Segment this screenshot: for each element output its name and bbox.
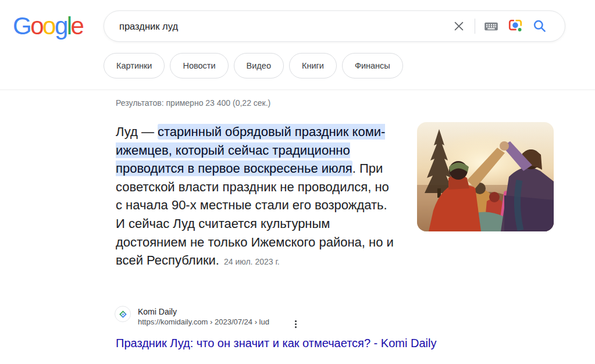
- tab-news[interactable]: Новости: [170, 53, 228, 78]
- tab-videos[interactable]: Видео: [234, 53, 284, 78]
- search-filter-chips: Картинки Новости Видео Книги Финансы: [104, 53, 403, 78]
- thumbnail-illustration: [417, 122, 554, 231]
- logo-letter: G: [13, 12, 30, 40]
- tab-finance[interactable]: Финансы: [342, 53, 403, 78]
- search-bar-divider: [475, 19, 475, 34]
- snippet-lead: Луд —: [116, 124, 158, 139]
- keyboard-icon[interactable]: [479, 14, 503, 38]
- snippet-rest: . При советской власти праздник не прово…: [116, 161, 394, 267]
- result-stats: Результатов: примерно 23 400 (0,22 сек.): [116, 98, 270, 108]
- source-text: Komi Daily https://komidaily.com › 2023/…: [138, 306, 269, 327]
- featured-snippet-text: Луд — старинный обрядовый праздник коми-…: [116, 123, 398, 272]
- site-favicon-icon: [115, 306, 131, 322]
- google-logo[interactable]: Google: [13, 12, 83, 40]
- google-search-results-page: Google: [0, 0, 595, 364]
- snippet-date: 24 июл. 2023 г.: [224, 257, 280, 266]
- source-breadcrumb-url: https://komidaily.com › 2023/07/24 › lud: [138, 317, 269, 327]
- logo-letter: e: [71, 12, 83, 40]
- search-bar: [104, 10, 565, 42]
- search-header: Google: [0, 0, 595, 90]
- source-site-name: Komi Daily: [138, 306, 269, 317]
- logo-letter: g: [55, 12, 67, 40]
- search-bar-icons: [447, 14, 552, 38]
- more-options-icon[interactable]: [289, 317, 302, 330]
- logo-letter: l: [67, 12, 71, 40]
- logo-letter: o: [42, 12, 55, 40]
- google-lens-icon[interactable]: [503, 14, 528, 38]
- result-title-link[interactable]: Праздник Луд: что он значит и как отмеча…: [116, 336, 436, 351]
- snippet-thumbnail-image[interactable]: [417, 122, 554, 231]
- result-source[interactable]: Komi Daily https://komidaily.com › 2023/…: [115, 306, 269, 327]
- search-input[interactable]: [119, 21, 447, 32]
- tab-books[interactable]: Книги: [289, 53, 337, 78]
- search-submit-icon[interactable]: [528, 14, 552, 38]
- logo-letter: o: [30, 12, 42, 40]
- clear-search-icon[interactable]: [447, 14, 471, 38]
- tab-images[interactable]: Картинки: [104, 53, 165, 78]
